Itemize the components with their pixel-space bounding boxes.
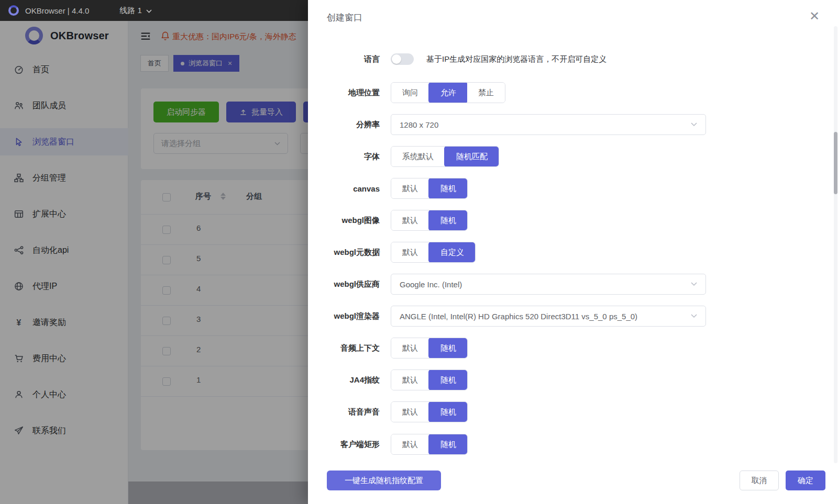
ja4-segment: 默认 随机 <box>391 369 468 390</box>
client-rects-segment: 默认 随机 <box>391 434 468 455</box>
segment-option[interactable]: 默认 <box>391 402 429 422</box>
chevron-down-icon <box>691 314 697 318</box>
segment-option-selected[interactable]: 随机 <box>428 369 468 390</box>
webgl-metadata-segment: 默认 自定义 <box>391 242 476 263</box>
form-row-language: 语言 基于IP生成对应国家的浏览器语言，不开启可自定义 <box>308 49 838 70</box>
field-label: JA4指纹 <box>308 375 380 385</box>
line-selector-label: 线路 1 <box>119 6 142 16</box>
form-row-webgl-vendor: webgl供应商 Google Inc. (Intel) <box>308 274 838 295</box>
webgl-vendor-select[interactable]: Google Inc. (Intel) <box>391 274 706 295</box>
app-logo-icon <box>8 5 19 16</box>
toggle-knob <box>392 54 401 64</box>
app-title: OKBrowser | 4.4.0 <box>25 6 89 15</box>
app-window: OKBrowser | 4.4.0 线路 1 OKBrowser 首页 团队成员 <box>0 0 838 504</box>
field-label: webgl图像 <box>308 216 380 226</box>
font-segment: 系统默认 随机匹配 <box>391 146 499 167</box>
segment-option-selected[interactable]: 随机 <box>428 401 468 422</box>
form-row-webgl-renderer: webgl渲染器 ANGLE (Intel, Intel(R) HD Graph… <box>308 306 838 327</box>
form-row-font: 字体 系统默认 随机匹配 <box>308 146 838 167</box>
segment-option[interactable]: 禁止 <box>467 83 505 103</box>
field-label: 音频上下文 <box>308 343 380 353</box>
form-row-ja4: JA4指纹 默认 随机 <box>308 369 838 390</box>
close-icon[interactable]: ✕ <box>807 8 822 24</box>
field-label: webgl元数据 <box>308 248 380 257</box>
audio-context-segment: 默认 随机 <box>391 338 468 359</box>
form-row-audio-context: 音频上下文 默认 随机 <box>308 338 838 359</box>
webgl-renderer-value: ANGLE (Intel, Intel(R) HD Graphics 520 D… <box>400 312 637 321</box>
segment-option[interactable]: 默认 <box>391 178 429 198</box>
language-hint: 基于IP生成对应国家的浏览器语言，不开启可自定义 <box>426 54 607 64</box>
segment-option-selected[interactable]: 允许 <box>428 82 468 103</box>
form-row-client-rects: 客户端矩形 默认 随机 <box>308 434 838 455</box>
form-row-webgl-image: webgl图像 默认 随机 <box>308 210 838 231</box>
form-row-speech-voices: 语音声音 默认 随机 <box>308 401 838 422</box>
segment-option[interactable]: 默认 <box>391 370 429 390</box>
field-label: 语言 <box>308 54 380 64</box>
segment-option[interactable]: 默认 <box>391 242 429 262</box>
form-row-canvas: canvas 默认 随机 <box>308 178 838 199</box>
segment-option-selected[interactable]: 随机匹配 <box>444 146 499 167</box>
webgl-vendor-value: Google Inc. (Intel) <box>400 280 462 289</box>
drawer-scrollbar-track[interactable] <box>834 26 837 463</box>
speech-voices-segment: 默认 随机 <box>391 401 468 422</box>
line-selector[interactable]: 线路 1 <box>119 6 152 16</box>
segment-option-selected[interactable]: 自定义 <box>428 242 476 263</box>
webgl-renderer-select[interactable]: ANGLE (Intel, Intel(R) HD Graphics 520 D… <box>391 306 706 327</box>
language-toggle[interactable] <box>391 53 414 65</box>
field-label: webgl渲染器 <box>308 311 380 321</box>
resolution-select[interactable]: 1280 x 720 <box>391 114 706 135</box>
field-label: 字体 <box>308 152 380 162</box>
drawer-scrollbar-thumb[interactable] <box>834 132 837 194</box>
segment-option[interactable]: 默认 <box>391 338 429 358</box>
create-window-drawer: 创建窗口 ✕ 语言 基于IP生成对应国家的浏览器语言，不开启可自定义 地理位置 … <box>308 0 838 504</box>
confirm-button[interactable]: 确定 <box>786 471 825 490</box>
segment-option[interactable]: 默认 <box>391 210 429 230</box>
drawer-title: 创建窗口 <box>327 12 362 24</box>
form-row-resolution: 分辨率 1280 x 720 <box>308 114 838 135</box>
segment-option-selected[interactable]: 随机 <box>428 178 468 199</box>
segment-option[interactable]: 系统默认 <box>391 147 445 166</box>
generate-random-fingerprint-button[interactable]: 一键生成随机指纹配置 <box>327 471 441 490</box>
form-row-geolocation: 地理位置 询问 允许 禁止 <box>308 82 838 103</box>
canvas-segment: 默认 随机 <box>391 178 468 199</box>
chevron-down-icon <box>691 122 697 127</box>
chevron-down-icon <box>691 282 697 286</box>
form-row-webgl-metadata: webgl元数据 默认 自定义 <box>308 242 838 263</box>
field-label: 分辨率 <box>308 120 380 130</box>
field-label: 客户端矩形 <box>308 440 380 450</box>
field-label: canvas <box>308 184 380 193</box>
modal-overlay[interactable] <box>0 21 308 504</box>
field-label: 语音声音 <box>308 407 380 417</box>
segment-option-selected[interactable]: 随机 <box>428 210 468 231</box>
webgl-image-segment: 默认 随机 <box>391 210 468 231</box>
segment-option-selected[interactable]: 随机 <box>428 338 468 359</box>
chevron-down-icon <box>146 9 152 13</box>
segment-option[interactable]: 默认 <box>391 434 429 454</box>
segment-option-selected[interactable]: 随机 <box>428 434 468 455</box>
field-label: 地理位置 <box>308 88 380 98</box>
resolution-value: 1280 x 720 <box>400 120 438 129</box>
field-label: webgl供应商 <box>308 279 380 289</box>
segment-option[interactable]: 询问 <box>391 83 429 103</box>
geolocation-segment: 询问 允许 禁止 <box>391 82 505 103</box>
cancel-button[interactable]: 取消 <box>740 471 779 490</box>
